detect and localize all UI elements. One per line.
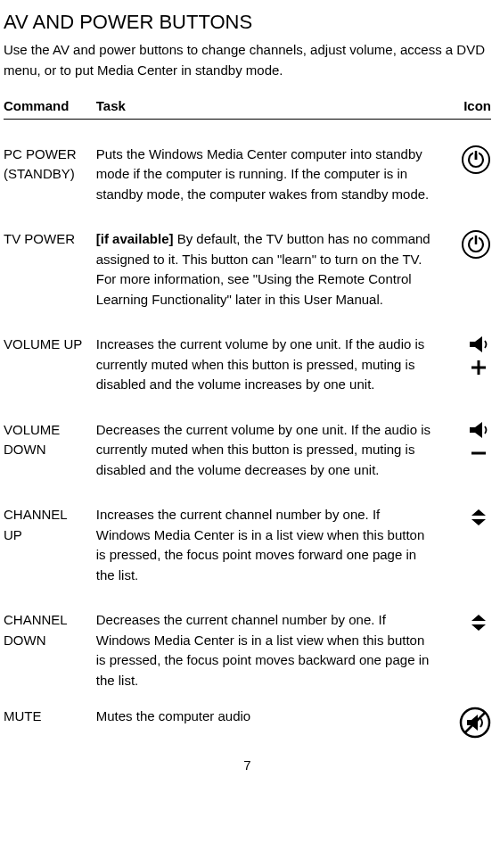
task-cell: Increases the current channel number by … [96, 480, 443, 585]
task-cell: [if available] By default, the TV button… [96, 204, 443, 310]
table-row: TV POWER [if available] By default, the … [4, 204, 491, 310]
task-cell: Decreases the current channel number by … [96, 585, 443, 690]
table-row: VOLUME DOWN Decreases the current volume… [4, 395, 491, 481]
header-command: Command [4, 96, 96, 119]
power-icon [461, 145, 491, 181]
command-cell: VOLUME UP [4, 310, 96, 395]
command-cell: CHANNEL UP [4, 480, 96, 585]
channel-icon [466, 610, 491, 641]
volume-down-icon [466, 420, 491, 471]
header-icon: Icon [443, 96, 491, 119]
svg-marker-15 [471, 519, 486, 525]
svg-marker-17 [471, 624, 486, 631]
table-row: CHANNEL UP Increases the current channel… [4, 480, 491, 585]
volume-up-icon [466, 335, 491, 385]
svg-marker-9 [470, 336, 482, 352]
task-cell: Increases the current volume by one unit… [96, 310, 443, 395]
table-row: PC POWER (STANDBY) Puts the Windows Medi… [4, 119, 491, 204]
svg-marker-16 [471, 615, 486, 621]
command-cell: MUTE [4, 690, 96, 745]
table-row: VOLUME UP Increases the current volume b… [4, 310, 491, 395]
command-cell: PC POWER (STANDBY) [4, 119, 96, 204]
mute-icon [459, 707, 491, 745]
table-row: MUTE Mutes the computer audio [4, 690, 491, 745]
svg-marker-14 [471, 509, 486, 516]
task-cell: Mutes the computer audio [96, 690, 443, 745]
intro-text: Use the AV and power buttons to change c… [4, 40, 491, 80]
page-number: 7 [4, 756, 491, 776]
table-row: CHANNEL DOWN Decreases the current chann… [4, 585, 491, 690]
task-cell: Decreases the current volume by one unit… [96, 395, 443, 481]
svg-marker-12 [470, 422, 482, 438]
task-cell: Puts the Windows Media Center computer i… [96, 119, 443, 204]
header-task: Task [96, 96, 443, 119]
command-cell: TV POWER [4, 204, 96, 310]
channel-icon [466, 505, 491, 536]
command-cell: CHANNEL DOWN [4, 585, 96, 690]
power-icon [461, 229, 491, 266]
page-title: AV AND POWER BUTTONS [4, 7, 491, 37]
command-table: Command Task Icon PC POWER (STANDBY) Put… [4, 96, 491, 745]
command-cell: VOLUME DOWN [4, 395, 96, 481]
